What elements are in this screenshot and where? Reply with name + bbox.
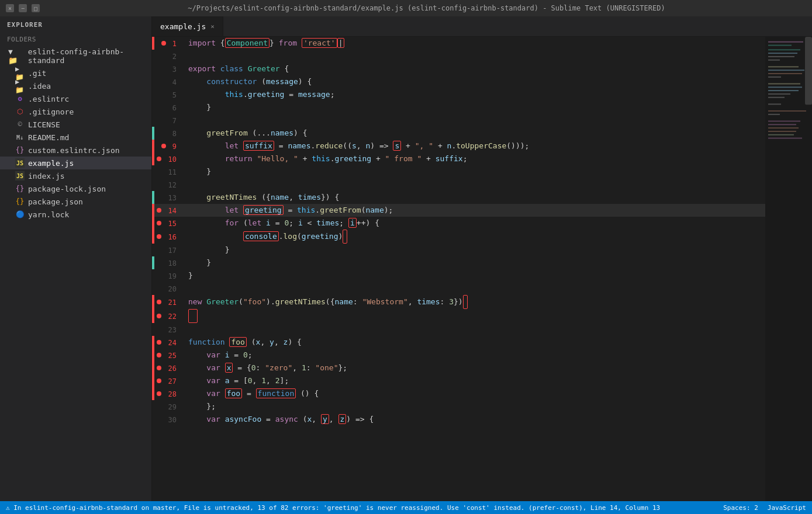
sidebar-header: EXPLORER <box>0 16 151 33</box>
sidebar-item-index-js[interactable]: JS index.js <box>0 169 151 182</box>
minimize-button[interactable]: − <box>19 4 27 12</box>
line-number: 12 <box>154 178 184 191</box>
close-button[interactable]: × <box>6 4 14 12</box>
line-number: 21 <box>154 295 184 309</box>
folder-icon: ▶ 📁 <box>15 81 25 91</box>
line-number: 11 <box>154 165 184 178</box>
line-number: 28 <box>154 387 184 400</box>
window-controls[interactable]: × − □ <box>6 4 40 12</box>
tab-close-button[interactable]: × <box>210 23 215 30</box>
line-number: 15 <box>154 217 184 230</box>
line-number: 1 <box>154 37 184 50</box>
table-row: 13 greetNTimes ({name, times}) { <box>152 191 765 204</box>
table-row: 7 <box>152 114 765 127</box>
sidebar-item-package-json[interactable]: {} package.json <box>0 195 151 208</box>
js-icon: JS <box>15 171 25 180</box>
status-right: Spaces: 2 JavaScript <box>723 504 806 512</box>
svg-rect-15 <box>768 97 785 98</box>
line-content: this.greeting = message; <box>184 88 765 101</box>
code-editor[interactable]: 1 import {Component} from 'react'| 2 <box>152 37 765 501</box>
error-dot <box>157 314 161 318</box>
line-content: for (let i = 0; i < times; i++) { <box>184 217 765 230</box>
sidebar-item-label: custom.eslintrc.json <box>28 146 120 155</box>
line-content: var x = {0: "zero", 1: "one"}; <box>184 362 765 374</box>
line-content: } <box>184 256 765 269</box>
sidebar-item-gitignore[interactable]: ⬡ .gitignore <box>0 105 151 118</box>
root-folder[interactable]: ▼ 📁 eslint-config-airbnb-standard <box>0 46 151 67</box>
table-row: 3 export class Greeter { <box>152 62 765 75</box>
sidebar-item-label: .gitignore <box>28 107 74 116</box>
folder-icon: ▶ 📁 <box>15 68 25 78</box>
line-number: 30 <box>154 413 184 426</box>
sidebar-item-readme[interactable]: M↓ README.md <box>0 131 151 144</box>
sidebar-item-label: index.js <box>28 172 65 180</box>
line-number: 10 <box>154 152 184 165</box>
svg-rect-4 <box>768 53 797 54</box>
sidebar-item-label: package.json <box>28 197 83 206</box>
sidebar-item-label: .git <box>28 69 46 78</box>
sidebar-item-label: .eslintrc <box>28 95 69 103</box>
status-message: ⚠ In eslint-config-airbnb-standard on ma… <box>6 504 718 512</box>
json-icon: {} <box>15 145 25 155</box>
language-indicator[interactable]: JavaScript <box>768 504 806 512</box>
line-content: var foo = function () { <box>184 387 765 400</box>
table-row: 15 for (let i = 0; i < times; i++) { <box>152 217 765 230</box>
error-dot <box>157 157 161 161</box>
line-number: 9 <box>154 140 184 152</box>
spaces-indicator[interactable]: Spaces: 2 <box>723 504 758 512</box>
table-row: 2 <box>152 50 765 62</box>
tab-filename: example.js <box>160 22 206 31</box>
sidebar-item-example-js[interactable]: JS example.js <box>0 157 151 169</box>
line-number: 7 <box>154 114 184 127</box>
svg-rect-5 <box>768 56 794 57</box>
table-row: 24 function foo (x, y, z) { <box>152 336 765 349</box>
sidebar-item-eslintrc[interactable]: ⚙ .eslintrc <box>0 92 151 105</box>
line-content: new Greeter("foo").greetNTimes({name: "W… <box>184 295 765 309</box>
sidebar-item-label: .idea <box>28 82 51 91</box>
line-content <box>184 50 765 62</box>
editor-container: example.js × 1 import {Component} from '… <box>152 16 812 501</box>
error-dot <box>157 378 161 383</box>
tab-example-js[interactable]: example.js × <box>152 16 223 36</box>
maximize-button[interactable]: □ <box>32 4 40 12</box>
table-row: 23 <box>152 323 765 336</box>
line-content: var i = 0; <box>184 349 765 362</box>
svg-rect-16 <box>768 103 781 105</box>
sidebar-item-yarn-lock[interactable]: 🔵 yarn.lock <box>0 208 151 221</box>
line-content: export class Greeter { <box>184 62 765 75</box>
code-lines: 1 import {Component} from 'react'| 2 <box>152 37 765 426</box>
sidebar-item-label: README.md <box>28 133 69 142</box>
tabbar: example.js × <box>152 16 812 37</box>
line-content <box>184 309 765 323</box>
line-content: } <box>184 244 765 256</box>
minimap[interactable] <box>765 37 812 501</box>
window-title: ~/Projects/eslint-config-airbnb-standard… <box>47 4 806 12</box>
table-row: 6 } <box>152 101 765 114</box>
error-dot <box>157 234 161 239</box>
table-row: 21 new Greeter("foo").greetNTimes({name:… <box>152 295 765 309</box>
line-content: var asyncFoo = async (x, y, z) => { <box>184 413 765 426</box>
line-number: 19 <box>154 269 184 282</box>
titlebar: × − □ ~/Projects/eslint-config-airbnb-st… <box>0 0 812 16</box>
line-number: 24 <box>154 336 184 349</box>
table-row: 30 var asyncFoo = async (x, y, z) => { <box>152 413 765 426</box>
line-content: console.log(greeting) <box>184 230 765 244</box>
error-dot <box>157 366 161 370</box>
error-dot <box>157 300 161 304</box>
line-content <box>184 114 765 127</box>
line-content <box>184 323 765 336</box>
sidebar-item-custom-eslint[interactable]: {} custom.eslintrc.json <box>0 144 151 157</box>
svg-rect-9 <box>768 73 802 74</box>
error-dot <box>157 221 161 225</box>
sidebar-item-idea[interactable]: ▶ 📁 .idea <box>0 79 151 92</box>
error-dot <box>157 340 161 345</box>
sidebar-item-license[interactable]: © LICENSE <box>0 118 151 131</box>
svg-rect-3 <box>768 49 800 50</box>
table-row: 20 <box>152 282 765 295</box>
line-number: 29 <box>154 400 184 413</box>
sidebar-item-package-lock[interactable]: {} package-lock.json <box>0 182 151 195</box>
line-content: var a = [0, 1, 2]; <box>184 374 765 387</box>
line-number: 5 <box>154 88 184 101</box>
svg-rect-18 <box>768 114 780 115</box>
table-row: 25 var i = 0; <box>152 349 765 362</box>
